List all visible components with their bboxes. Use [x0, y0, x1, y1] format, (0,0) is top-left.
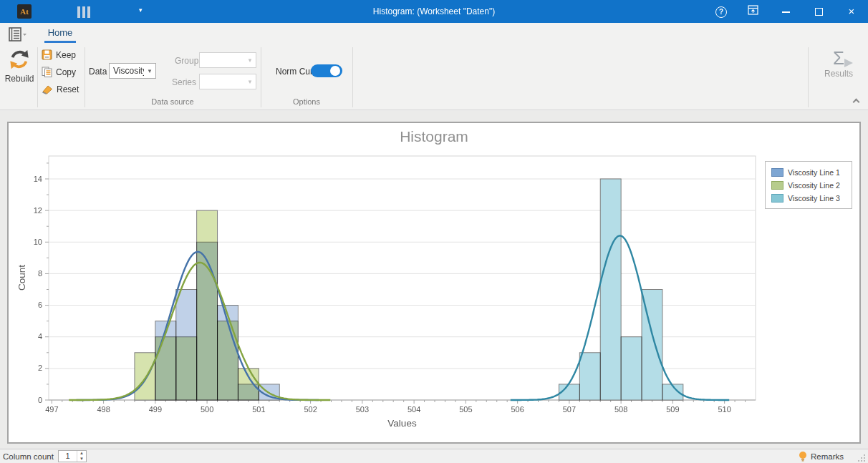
svg-text:6: 6 [38, 301, 42, 309]
statusbar: Column count 1 ▲ ▼ Remarks [0, 449, 868, 463]
legend: Viscosity Line 1Viscosity Line 2Viscosit… [765, 161, 852, 209]
legend-swatch [771, 168, 783, 177]
group-combobox-arrow-icon: ▾ [244, 57, 256, 64]
spin-up-icon[interactable]: ▲ [77, 451, 86, 457]
series-combobox[interactable]: ▾ [199, 74, 256, 89]
svg-text:509: 509 [666, 405, 679, 414]
ribbon: Home Rebuild Keep [0, 23, 868, 110]
svg-text:506: 506 [511, 405, 524, 414]
copy-icon [42, 67, 52, 77]
remarks-label: Remarks [811, 452, 844, 461]
legend-swatch [771, 181, 783, 190]
group-combobox[interactable]: ▾ [199, 52, 256, 68]
legend-item: Viscosity Line 2 [771, 179, 847, 192]
rebuild-label: Rebuild [1, 74, 37, 84]
svg-text:12: 12 [34, 206, 42, 215]
series-combobox-arrow-icon: ▾ [244, 78, 256, 85]
app-window: At ▾ Histogram: (Worksheet "Daten") ? × [0, 0, 868, 463]
group-field-label: Group [175, 56, 198, 66]
keep-label: Keep [56, 50, 76, 60]
app-logo-icon[interactable]: At [17, 4, 32, 19]
copy-label: Copy [56, 67, 76, 77]
legend-label: Viscosity Line 1 [788, 168, 840, 177]
svg-text:507: 507 [563, 405, 576, 414]
reset-eraser-icon [42, 84, 53, 94]
svg-text:502: 502 [304, 405, 317, 414]
maximize-icon [815, 8, 823, 16]
legend-swatch [771, 194, 783, 203]
histogram-bars-icon[interactable] [77, 5, 97, 18]
svg-text:504: 504 [408, 405, 420, 414]
legend-item: Viscosity Line 3 [771, 192, 847, 205]
remarks-button[interactable]: Remarks [799, 451, 844, 462]
svg-text:8: 8 [38, 269, 42, 278]
legend-label: Viscosity Line 3 [788, 194, 840, 203]
chevron-up-icon [853, 99, 860, 106]
minimize-icon [782, 11, 790, 13]
svg-text:10: 10 [34, 238, 42, 246]
data-combobox[interactable]: Viscosity ... ▾ [109, 63, 156, 79]
svg-text:2: 2 [38, 364, 42, 372]
svg-text:498: 498 [97, 405, 110, 414]
quick-access-caret-icon[interactable]: ▾ [139, 6, 143, 14]
app-logo-text: At [20, 7, 29, 16]
resize-grip[interactable] [857, 454, 866, 462]
norm-curve-toggle[interactable] [311, 64, 342, 77]
svg-text:4: 4 [38, 332, 42, 341]
data-combobox-arrow-icon: ▾ [144, 67, 155, 74]
column-count-spinner[interactable]: 1 ▲ ▼ [58, 450, 87, 462]
results-sigma-icon: Σ [833, 47, 844, 69]
report-menu-icon [7, 26, 29, 42]
report-panel: Histogram 024681012144974984995005015025… [7, 122, 861, 444]
results-button[interactable]: Σ Results [816, 46, 861, 107]
svg-text:497: 497 [45, 405, 58, 414]
spin-down-icon[interactable]: ▼ [77, 457, 86, 462]
histogram-chart: 0246810121449749849950050150250350450550… [9, 123, 859, 442]
minimize-button[interactable] [769, 0, 802, 23]
data-source-group-caption: Data source [85, 97, 261, 106]
ribbon-display-options-button[interactable] [736, 0, 769, 23]
x-axis-label: Values [49, 418, 756, 429]
close-icon: × [849, 5, 855, 17]
data-field-label: Data [89, 67, 107, 77]
keep-save-icon [42, 49, 52, 60]
svg-text:0: 0 [38, 396, 42, 404]
svg-text:508: 508 [614, 405, 627, 414]
tab-home[interactable]: Home [44, 24, 76, 43]
titlebar: At ▾ Histogram: (Worksheet "Daten") ? × [0, 0, 868, 23]
report-menu-button[interactable] [7, 26, 32, 42]
column-count-value: 1 [59, 451, 77, 462]
legend-item: Viscosity Line 1 [771, 166, 847, 179]
lightbulb-icon [799, 451, 807, 462]
help-icon: ? [715, 6, 727, 18]
legend-label: Viscosity Line 2 [788, 181, 840, 190]
close-button[interactable]: × [835, 0, 868, 23]
data-combobox-value: Viscosity ... [110, 66, 144, 76]
copy-button[interactable]: Copy [42, 64, 82, 79]
reset-button[interactable]: Reset [42, 82, 82, 97]
rebuild-refresh-icon [9, 49, 30, 70]
svg-text:500: 500 [201, 405, 213, 414]
series-field-label: Series [172, 77, 196, 87]
results-label: Results [816, 69, 861, 79]
keep-button[interactable]: Keep [42, 47, 82, 62]
svg-text:14: 14 [34, 175, 42, 183]
ribbon-display-icon [748, 5, 758, 15]
help-button[interactable]: ? [705, 0, 738, 23]
column-count-label: Column count [3, 452, 54, 461]
y-axis-label: Count [16, 265, 27, 291]
svg-text:499: 499 [149, 405, 162, 414]
svg-text:501: 501 [252, 405, 265, 414]
rebuild-button[interactable]: Rebuild [1, 46, 37, 107]
svg-text:503: 503 [356, 405, 369, 414]
reset-label: Reset [57, 84, 79, 94]
collapse-ribbon-button[interactable] [854, 99, 859, 105]
svg-text:505: 505 [459, 405, 472, 414]
svg-text:510: 510 [718, 405, 730, 414]
options-group-caption: Options [261, 97, 352, 106]
maximize-button[interactable] [802, 0, 835, 23]
toggle-knob [330, 66, 340, 76]
